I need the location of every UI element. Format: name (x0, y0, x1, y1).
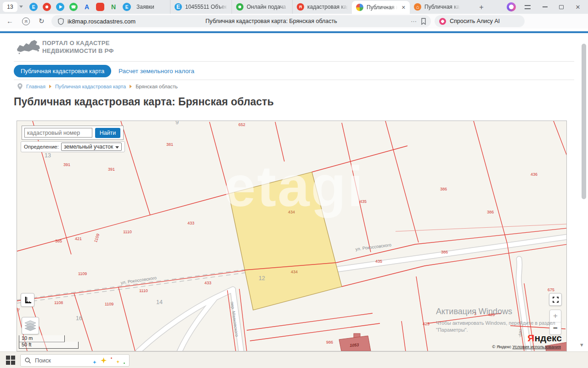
spark-dot-icon (111, 357, 112, 359)
yandex-logo[interactable]: Яндекс (527, 333, 562, 344)
bookmark-icon[interactable] (421, 18, 426, 25)
close-window-button[interactable]: ✕ (574, 4, 582, 10)
street-label: ул. Рокоссовского (120, 275, 157, 285)
yandex-home-button[interactable]: Я (22, 17, 30, 25)
spark-dot-icon (124, 362, 125, 364)
nav-tab-public-map[interactable]: Публичная кадастровая карта (14, 65, 111, 77)
street-label: пер. (518, 329, 524, 338)
new-tab-button[interactable]: + (477, 3, 486, 12)
zoom-in-button[interactable]: + (550, 310, 561, 322)
tab-public-map-active[interactable]: Публичная кад✕ (352, 1, 410, 14)
parcel-label: 1109 (105, 302, 113, 306)
layers-button[interactable] (22, 317, 39, 334)
parcel-label: 425 (488, 312, 495, 317)
cadastral-number-input[interactable] (24, 128, 92, 138)
definition-select[interactable]: земельный участок (61, 143, 122, 151)
tab-title: кадастровая карт (307, 4, 348, 10)
portal-title-line2: НЕДВИЖИМОСТИ В РФ (42, 47, 114, 54)
red-app-icon[interactable] (96, 3, 104, 11)
tab-object[interactable]: E10455511 Объект (170, 0, 232, 14)
tab-title: Заявки (136, 4, 166, 10)
breadcrumb-public-map[interactable]: Публичная кадастровая карта (55, 84, 126, 89)
telegram-icon[interactable] (56, 3, 64, 11)
scale-imperial: 50 ft (19, 342, 79, 349)
start-button[interactable] (6, 356, 15, 365)
minimize-button[interactable] (541, 4, 548, 10)
tab-title: Онлайн подача за (247, 4, 288, 10)
tab-title: Публичная кад (367, 4, 397, 11)
etagi-icon-2[interactable]: E (123, 3, 131, 11)
browser-menu-button[interactable] (524, 4, 531, 10)
alice-avatar-icon[interactable] (507, 2, 516, 12)
address-bar: ← Я ↻ ik8map.roscadastres.com Публичная … (0, 14, 588, 29)
house-favicon: ⌂ (414, 3, 421, 11)
parcel-label: 1108 (54, 300, 63, 305)
etagi-icon[interactable]: E (29, 3, 38, 11)
fullscreen-button[interactable] (549, 293, 562, 306)
layers-icon (24, 320, 36, 331)
yandex-logo-rest: ндекс (534, 333, 562, 343)
portal-logo-russia-map-icon (16, 38, 41, 57)
screen: { "browser": { "tab_count": "13", "pinne… (0, 0, 588, 368)
tab-zayavki[interactable]: Заявки (132, 0, 170, 14)
restore-button[interactable] (558, 4, 565, 10)
site-top-stripe (0, 31, 588, 33)
fullscreen-icon (553, 297, 559, 303)
whatsapp-icon[interactable]: ☎ (69, 3, 78, 11)
breadcrumb: Главная Публичная кадастровая карта Брян… (17, 83, 178, 90)
measure-button[interactable] (21, 293, 34, 307)
nav-divider (14, 80, 574, 80)
site-security-shield-icon[interactable] (58, 18, 64, 25)
tab-counter[interactable]: 13 (3, 2, 17, 12)
hamburger-icon (525, 5, 531, 9)
more-actions-icon[interactable]: ⋯ (411, 18, 417, 25)
ask-alice-label: Спросить Алису AI (450, 18, 500, 24)
page-scrollbar[interactable] (582, 44, 586, 199)
tab-kadastr-karta[interactable]: Якадастровая карт (292, 0, 352, 14)
tab-title: 10455511 Объект (185, 4, 227, 10)
taskbar-search-box[interactable]: Поиск (20, 354, 130, 367)
parcel-label: 433 (187, 221, 194, 225)
etagi-favicon: E (175, 3, 182, 11)
definition-box: Определение: земельный участок (21, 141, 125, 152)
url-field[interactable]: ik8map.roscadastres.com Публичная кадаст… (51, 15, 431, 27)
parcel-label: 435 (360, 199, 367, 204)
tab-online-podacha[interactable]: Онлайн подача за (232, 0, 292, 14)
page-title-in-bar: Публичная кадастровая карта: Брянская об… (136, 18, 407, 24)
quarter-label: 12 (259, 275, 265, 282)
parcel-label: 7 (17, 308, 20, 312)
restore-icon (559, 5, 564, 9)
tab-public-map-2[interactable]: ⌂Публичная кадаст (410, 0, 464, 14)
cadastral-map[interactable]: etagi 9652381133913914331110110942138543… (17, 121, 567, 351)
parcel-label: 386 (440, 187, 447, 191)
parcel-label: 386 (487, 210, 494, 214)
a-app-icon[interactable]: A (83, 3, 91, 11)
tabs: ЗаявкиE10455511 ОбъектОнлайн подача заЯк… (132, 0, 464, 14)
tab-title: Публичная кадаст (424, 4, 460, 10)
page-title: Публичная кадастровая карта: Брянская об… (14, 96, 274, 108)
nav-link-land-tax[interactable]: Расчет земельного налога (119, 68, 194, 75)
minimize-icon (543, 6, 548, 7)
n-app-icon[interactable]: N (109, 3, 118, 11)
parcel-label: 986 (326, 340, 333, 345)
scrollbar-down-arrow-icon[interactable]: ▾ (580, 341, 583, 348)
ask-alice-button[interactable]: Спросить Алису AI (435, 15, 525, 27)
parcel-label: 675 (548, 288, 554, 292)
refresh-button[interactable]: ↻ (39, 17, 45, 25)
parcel-label: 1109 (93, 233, 100, 243)
parcel-label: 391 (63, 162, 70, 167)
green-ring-favicon (236, 3, 243, 11)
back-button[interactable]: ← (6, 17, 13, 25)
breadcrumb-home[interactable]: Главная (26, 84, 45, 89)
parcel-label: 1110 (139, 288, 148, 293)
attribution-terms-link[interactable]: Условия использования (513, 344, 561, 349)
parcel-label: 1053 (350, 343, 359, 348)
breadcrumb-sep-icon (49, 85, 51, 88)
record-red-icon[interactable] (43, 3, 51, 11)
tab-close-icon[interactable]: ✕ (401, 5, 406, 11)
find-button[interactable]: Найти (95, 128, 120, 138)
tab-list-chevron-icon[interactable] (19, 6, 23, 8)
map-labels: 9652381133913914331110110942138543443538… (17, 121, 567, 351)
parcel-label: 1110 (123, 230, 132, 234)
attribution-copyright: © Яндекс (492, 344, 511, 349)
